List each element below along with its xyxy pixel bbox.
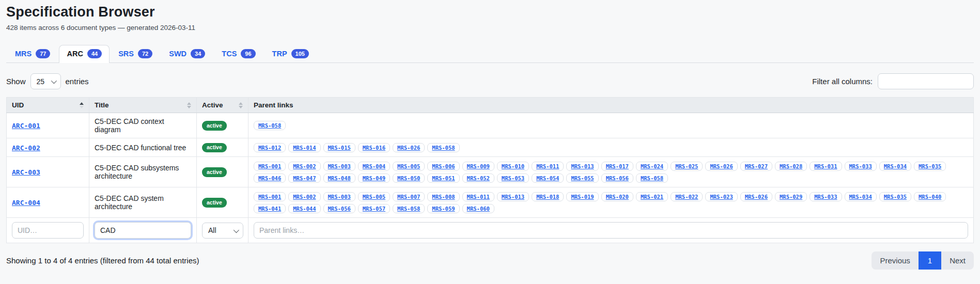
uid-link[interactable]: ARC-004 [12, 199, 40, 207]
current-page-button[interactable]: 1 [919, 251, 941, 270]
parent-link[interactable]: MRS-005 [358, 192, 390, 201]
active-filter-select[interactable]: All [202, 223, 243, 239]
tab-arc[interactable]: ARC44 [59, 45, 110, 63]
entries-label: entries [66, 77, 89, 86]
parent-link[interactable]: MRS-040 [914, 192, 946, 201]
parent-link[interactable]: MRS-035 [914, 162, 946, 171]
parent-link[interactable]: MRS-058 [427, 143, 459, 152]
uid-filter-input[interactable] [12, 222, 84, 239]
parent-link[interactable]: MRS-031 [810, 162, 842, 171]
parent-link[interactable]: MRS-027 [740, 162, 772, 171]
column-header-active[interactable]: Active [197, 98, 248, 113]
parent-link[interactable]: MRS-002 [288, 162, 320, 171]
parent-link[interactable]: MRS-028 [775, 162, 807, 171]
parent-link[interactable]: MRS-018 [532, 192, 564, 201]
parent-link[interactable]: MRS-052 [462, 173, 494, 183]
parent-link[interactable]: MRS-026 [740, 192, 772, 201]
parent-link[interactable]: MRS-014 [288, 143, 320, 152]
tab-srs[interactable]: SRS72 [111, 45, 160, 62]
parent-link[interactable]: MRS-041 [254, 204, 286, 213]
parent-link[interactable]: MRS-058 [636, 173, 668, 183]
table-info-summary: Showing 1 to 4 of 4 entries (filtered fr… [6, 256, 199, 265]
column-header-parent-links[interactable]: Parent links [248, 98, 974, 113]
parent-link[interactable]: MRS-049 [358, 173, 390, 183]
sort-both-icon [239, 102, 243, 108]
parent-link[interactable]: MRS-013 [566, 162, 598, 171]
global-filter-input[interactable] [878, 73, 974, 89]
parent-link[interactable]: MRS-034 [879, 162, 911, 171]
parent-link[interactable]: MRS-060 [462, 204, 494, 213]
title-filter-input[interactable] [95, 222, 191, 239]
parent-link[interactable]: MRS-006 [427, 162, 459, 171]
tab-mrs[interactable]: MRS77 [7, 45, 58, 62]
parent-link[interactable]: MRS-044 [288, 204, 320, 213]
uid-link[interactable]: ARC-002 [12, 144, 40, 152]
previous-page-button[interactable]: Previous [872, 251, 918, 270]
parent-link[interactable]: MRS-054 [532, 173, 564, 183]
parent-link[interactable]: MRS-051 [427, 173, 459, 183]
tab-trp[interactable]: TRP105 [265, 45, 317, 62]
tab-count-badge: 77 [36, 49, 50, 58]
parent-link[interactable]: MRS-011 [462, 192, 494, 201]
parent-link[interactable]: MRS-053 [497, 173, 529, 183]
parent-links-filter-input[interactable] [254, 222, 968, 239]
uid-link[interactable]: ARC-001 [12, 122, 40, 130]
parent-link[interactable]: MRS-017 [601, 162, 633, 171]
parent-link[interactable]: MRS-046 [254, 173, 286, 183]
parent-link[interactable]: MRS-057 [358, 204, 390, 213]
parent-link[interactable]: MRS-001 [254, 162, 286, 171]
parent-link[interactable]: MRS-009 [462, 162, 494, 171]
parent-link[interactable]: MRS-016 [358, 143, 390, 152]
parent-link[interactable]: MRS-034 [845, 192, 877, 201]
parent-link[interactable]: MRS-001 [254, 192, 286, 201]
parent-link[interactable]: MRS-022 [671, 192, 703, 201]
page-size-select[interactable]: 25 [30, 73, 61, 89]
parent-links-cell: MRS-001MRS-002MRS-003MRS-004MRS-005MRS-0… [248, 157, 974, 187]
parent-link[interactable]: MRS-035 [879, 192, 911, 201]
parent-link[interactable]: MRS-021 [636, 192, 668, 201]
parent-link[interactable]: MRS-026 [393, 143, 425, 152]
global-filter-label: Filter all columns: [812, 77, 873, 86]
parent-link[interactable]: MRS-033 [810, 192, 842, 201]
parent-link[interactable]: MRS-013 [497, 192, 529, 201]
parent-link[interactable]: MRS-047 [288, 173, 320, 183]
uid-link[interactable]: ARC-003 [12, 168, 40, 176]
parent-link[interactable]: MRS-010 [497, 162, 529, 171]
column-header-uid[interactable]: UID [7, 98, 89, 113]
parent-link[interactable]: MRS-008 [427, 192, 459, 201]
parent-link[interactable]: MRS-007 [393, 192, 425, 201]
parent-link[interactable]: MRS-002 [288, 192, 320, 201]
tab-tcs[interactable]: TCS96 [214, 45, 263, 62]
parent-links-cell: MRS-012MRS-014MRS-015MRS-016MRS-026MRS-0… [248, 138, 974, 157]
sort-asc-icon [80, 102, 84, 108]
parent-link[interactable]: MRS-011 [532, 162, 564, 171]
parent-link[interactable]: MRS-048 [323, 173, 355, 183]
parent-link[interactable]: MRS-056 [323, 204, 355, 213]
parent-link[interactable]: MRS-023 [705, 192, 737, 201]
parent-link[interactable]: MRS-005 [393, 162, 425, 171]
parent-link[interactable]: MRS-020 [601, 192, 633, 201]
parent-link[interactable]: MRS-004 [358, 162, 390, 171]
parent-link[interactable]: MRS-055 [566, 173, 598, 183]
parent-link[interactable]: MRS-015 [323, 143, 355, 152]
parent-link[interactable]: MRS-025 [671, 162, 703, 171]
title-cell: C5-DEC CAD context diagram [89, 113, 197, 138]
column-header-title[interactable]: Title [89, 98, 197, 113]
parent-link[interactable]: MRS-003 [323, 162, 355, 171]
parent-link[interactable]: MRS-050 [393, 173, 425, 183]
next-page-button[interactable]: Next [941, 251, 974, 270]
parent-link[interactable]: MRS-059 [427, 204, 459, 213]
tab-swd[interactable]: SWD34 [161, 45, 213, 62]
parent-link[interactable]: MRS-019 [566, 192, 598, 201]
parent-link[interactable]: MRS-058 [393, 204, 425, 213]
parent-link[interactable]: MRS-058 [254, 121, 286, 130]
parent-links-cell: MRS-001MRS-002MRS-003MRS-005MRS-007MRS-0… [248, 187, 974, 218]
parent-link[interactable]: MRS-029 [775, 192, 807, 201]
parent-link[interactable]: MRS-003 [323, 192, 355, 201]
parent-link[interactable]: MRS-056 [601, 173, 633, 183]
status-badge: active [202, 167, 227, 177]
parent-link[interactable]: MRS-033 [845, 162, 877, 171]
parent-link[interactable]: MRS-024 [636, 162, 668, 171]
parent-link[interactable]: MRS-012 [254, 143, 286, 152]
parent-link[interactable]: MRS-026 [705, 162, 737, 171]
